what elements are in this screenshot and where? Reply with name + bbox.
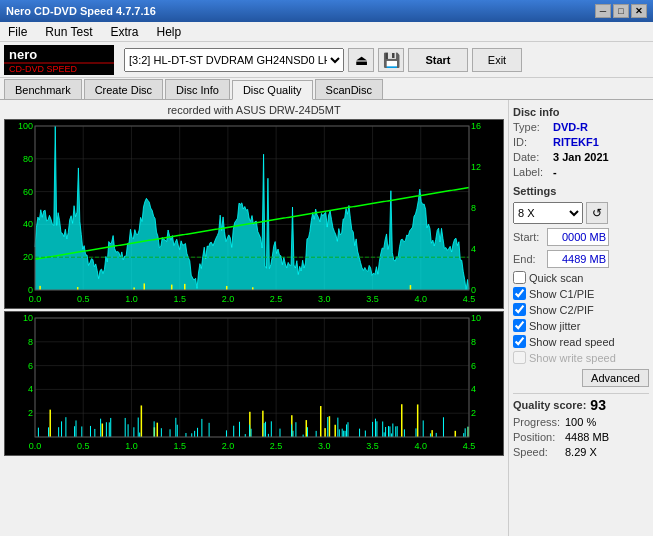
date-value: 3 Jan 2021 <box>553 151 609 163</box>
start-mb-row: Start: <box>513 228 649 246</box>
speed-label: Speed: <box>513 446 563 458</box>
show-write-speed-row: Show write speed <box>513 351 649 364</box>
speed-row-progress: Speed: 8.29 X <box>513 446 649 458</box>
show-c1pie-row: Show C1/PIE <box>513 287 649 300</box>
eject-icon-button[interactable]: ⏏ <box>348 48 374 72</box>
show-jitter-label: Show jitter <box>529 320 580 332</box>
show-read-speed-label: Show read speed <box>529 336 615 348</box>
minimize-button[interactable]: ─ <box>595 4 611 18</box>
title-bar-text: Nero CD-DVD Speed 4.7.7.16 <box>6 5 156 17</box>
progress-label: Progress: <box>513 416 563 428</box>
speed-select[interactable]: 8 X Maximum 2 X 4 X 16 X <box>513 202 583 224</box>
exit-button[interactable]: Exit <box>472 48 522 72</box>
charts-area: recorded with ASUS DRW-24D5MT <box>0 100 508 536</box>
recorded-with-text: recorded with ASUS DRW-24D5MT <box>4 104 504 116</box>
tab-disc-quality[interactable]: Disc Quality <box>232 80 313 100</box>
menu-bar: File Run Test Extra Help <box>0 22 653 42</box>
position-row: Position: 4488 MB <box>513 431 649 443</box>
show-c2pif-label: Show C2/PIF <box>529 304 594 316</box>
show-c2pif-checkbox[interactable] <box>513 303 526 316</box>
position-value: 4488 MB <box>565 431 609 443</box>
show-c1pie-checkbox[interactable] <box>513 287 526 300</box>
tab-benchmark[interactable]: Benchmark <box>4 79 82 99</box>
show-c1pie-label: Show C1/PIE <box>529 288 594 300</box>
close-button[interactable]: ✕ <box>631 4 647 18</box>
type-value: DVD-R <box>553 121 588 133</box>
disc-label-row: Label: - <box>513 166 649 178</box>
menu-file[interactable]: File <box>4 24 31 40</box>
disc-date-row: Date: 3 Jan 2021 <box>513 151 649 163</box>
menu-extra[interactable]: Extra <box>106 24 142 40</box>
advanced-button[interactable]: Advanced <box>582 369 649 387</box>
show-write-speed-checkbox[interactable] <box>513 351 526 364</box>
label-label: Label: <box>513 166 551 178</box>
show-read-speed-checkbox[interactable] <box>513 335 526 348</box>
show-write-speed-label: Show write speed <box>529 352 616 364</box>
show-jitter-checkbox[interactable] <box>513 319 526 332</box>
toolbar: nero CD-DVD SPEED [3:2] HL-DT-ST DVDRAM … <box>0 42 653 78</box>
settings-refresh-button[interactable]: ↺ <box>586 202 608 224</box>
quality-score-label: Quality score: <box>513 399 586 411</box>
svg-text:nero: nero <box>9 47 37 62</box>
upper-chart <box>4 119 504 309</box>
quick-scan-label: Quick scan <box>529 272 583 284</box>
svg-text:CD-DVD SPEED: CD-DVD SPEED <box>9 64 78 74</box>
menu-run-test[interactable]: Run Test <box>41 24 96 40</box>
end-mb-label: End: <box>513 253 545 265</box>
disc-id-row: ID: RITEKF1 <box>513 136 649 148</box>
tab-create-disc[interactable]: Create Disc <box>84 79 163 99</box>
quick-scan-checkbox[interactable] <box>513 271 526 284</box>
title-bar: Nero CD-DVD Speed 4.7.7.16 ─ □ ✕ <box>0 0 653 22</box>
position-label: Position: <box>513 431 563 443</box>
label-value: - <box>553 166 557 178</box>
id-label: ID: <box>513 136 551 148</box>
maximize-button[interactable]: □ <box>613 4 629 18</box>
drive-selector[interactable]: [3:2] HL-DT-ST DVDRAM GH24NSD0 LH00 <box>124 48 344 72</box>
start-mb-input[interactable] <box>547 228 609 246</box>
progress-row: Progress: 100 % <box>513 416 649 428</box>
quality-score-value: 93 <box>590 397 606 413</box>
start-button[interactable]: Start <box>408 48 468 72</box>
settings-title: Settings <box>513 185 649 197</box>
show-c2pif-row: Show C2/PIF <box>513 303 649 316</box>
id-value: RITEKF1 <box>553 136 599 148</box>
disc-info-title: Disc info <box>513 106 649 118</box>
start-mb-label: Start: <box>513 231 545 243</box>
lower-chart <box>4 311 504 456</box>
tab-disc-info[interactable]: Disc Info <box>165 79 230 99</box>
progress-value: 100 % <box>565 416 596 428</box>
speed-row: 8 X Maximum 2 X 4 X 16 X ↺ <box>513 202 649 224</box>
show-jitter-row: Show jitter <box>513 319 649 332</box>
show-read-speed-row: Show read speed <box>513 335 649 348</box>
menu-help[interactable]: Help <box>153 24 186 40</box>
date-label: Date: <box>513 151 551 163</box>
disc-type-row: Type: DVD-R <box>513 121 649 133</box>
end-mb-row: End: <box>513 250 649 268</box>
speed-value: 8.29 X <box>565 446 597 458</box>
end-mb-input[interactable] <box>547 250 609 268</box>
nero-logo: nero CD-DVD SPEED <box>4 45 114 75</box>
save-icon-button[interactable]: 💾 <box>378 48 404 72</box>
quick-scan-row: Quick scan <box>513 271 649 284</box>
type-label: Type: <box>513 121 551 133</box>
right-panel: Disc info Type: DVD-R ID: RITEKF1 Date: … <box>508 100 653 536</box>
quality-score-row: Quality score: 93 <box>513 393 649 413</box>
tab-scan-disc[interactable]: ScanDisc <box>315 79 383 99</box>
main-content: recorded with ASUS DRW-24D5MT Disc info … <box>0 100 653 536</box>
title-bar-controls: ─ □ ✕ <box>595 4 647 18</box>
tabs: Benchmark Create Disc Disc Info Disc Qua… <box>0 78 653 100</box>
